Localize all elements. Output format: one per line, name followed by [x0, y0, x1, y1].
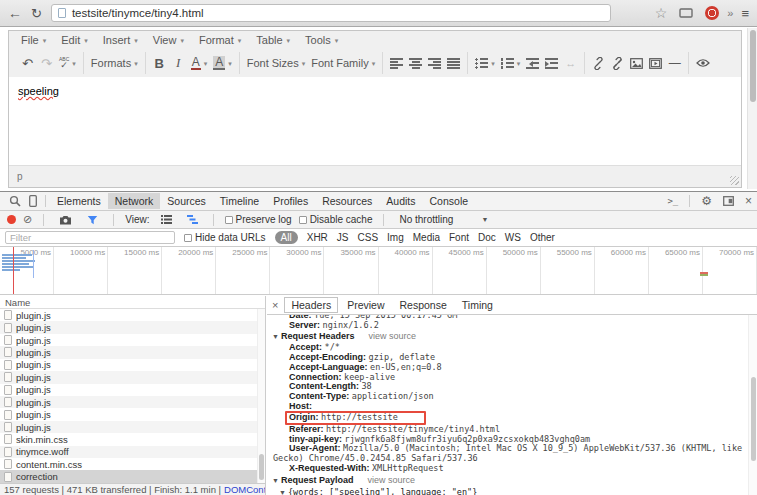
- filter-type-all[interactable]: All: [275, 231, 298, 244]
- preview-button[interactable]: [693, 53, 713, 73]
- align-right-button[interactable]: [425, 53, 444, 73]
- console-drawer-icon[interactable]: >_: [667, 196, 678, 206]
- tab-resources[interactable]: Resources: [315, 193, 379, 209]
- media-button[interactable]: [646, 53, 665, 73]
- table-row[interactable]: content.min.css: [0, 458, 265, 470]
- gear-icon[interactable]: ⚙: [701, 194, 712, 208]
- table-row[interactable]: plugin.js: [0, 408, 265, 420]
- filter-type-doc[interactable]: Doc: [478, 232, 496, 243]
- bullet-list-button[interactable]: ▾: [472, 53, 498, 73]
- filter-funnel-icon[interactable]: [83, 215, 102, 225]
- close-details-icon[interactable]: ×: [272, 299, 278, 311]
- filter-type-css[interactable]: CSS: [358, 232, 379, 243]
- filter-input[interactable]: [5, 231, 175, 244]
- filter-type-img[interactable]: Img: [387, 232, 404, 243]
- browser-menu-icon[interactable]: ≡: [741, 6, 749, 21]
- menu-format[interactable]: Format▾: [193, 34, 250, 46]
- image-button[interactable]: [627, 53, 646, 73]
- filter-type-other[interactable]: Other: [530, 232, 555, 243]
- element-path[interactable]: p: [17, 171, 23, 182]
- dock-icon[interactable]: [719, 196, 738, 206]
- italic-button[interactable]: I: [169, 53, 188, 73]
- spellcheck-button[interactable]: ABC✓ ▾: [56, 53, 79, 73]
- close-icon[interactable]: ×: [745, 194, 752, 208]
- table-row[interactable]: plugin.js: [0, 359, 265, 371]
- tab-sources[interactable]: Sources: [160, 193, 213, 209]
- numbered-list-button[interactable]: ▾: [498, 53, 524, 73]
- filter-type-js[interactable]: JS: [337, 232, 349, 243]
- table-row-selected[interactable]: correction: [0, 470, 265, 482]
- redo-button[interactable]: ↷: [37, 53, 56, 73]
- overview-waterfall-icon[interactable]: [183, 215, 202, 224]
- details-scrollbar-thumb[interactable]: [751, 377, 756, 461]
- clear-icon[interactable]: ⊘: [23, 214, 32, 225]
- bookmark-icon[interactable]: ☆: [655, 5, 668, 21]
- page-scrollbar-thumb[interactable]: [750, 30, 756, 102]
- back-icon[interactable]: ←: [8, 6, 22, 20]
- screenshot-capture-icon[interactable]: [55, 215, 76, 225]
- network-overview[interactable]: 5000 ms 10000 ms 15000 ms 20000 ms 25000…: [0, 247, 757, 295]
- align-left-button[interactable]: [387, 53, 406, 73]
- view-list-icon[interactable]: [157, 215, 176, 224]
- tab-profiles[interactable]: Profiles: [266, 193, 315, 209]
- table-row[interactable]: plugin.js: [0, 309, 265, 321]
- payload-object[interactable]: ▼{words: ["speeling"], language: "en"}: [267, 487, 748, 495]
- table-row[interactable]: plugin.js: [0, 334, 265, 346]
- view-source-link[interactable]: view source: [367, 475, 415, 485]
- device-toolbar-icon[interactable]: [25, 195, 41, 207]
- text-color-button[interactable]: A▾: [188, 53, 211, 73]
- record-icon[interactable]: [7, 215, 16, 224]
- outdent-button[interactable]: [523, 53, 542, 73]
- filter-type-media[interactable]: Media: [413, 232, 440, 243]
- table-row[interactable]: tinymce.woff: [0, 446, 265, 458]
- tab-headers[interactable]: Headers: [284, 297, 338, 313]
- table-row[interactable]: plugin.js: [0, 346, 265, 358]
- tab-elements[interactable]: Elements: [50, 193, 108, 209]
- tab-response[interactable]: Response: [394, 298, 453, 312]
- reload-icon[interactable]: ↻: [31, 7, 42, 20]
- extension-record-icon[interactable]: [705, 6, 719, 20]
- unlink-button[interactable]: [608, 53, 627, 73]
- table-row[interactable]: plugin.js: [0, 421, 265, 433]
- disable-cache-checkbox[interactable]: Disable cache: [299, 214, 373, 225]
- menu-file[interactable]: File▾: [15, 34, 55, 46]
- table-row[interactable]: plugin.js: [0, 384, 265, 396]
- cast-icon[interactable]: [675, 8, 697, 19]
- filter-type-xhr[interactable]: XHR: [307, 232, 328, 243]
- bold-button[interactable]: B: [150, 53, 169, 73]
- throttling-select[interactable]: No throttling▼: [395, 214, 488, 225]
- menu-table[interactable]: Table▾: [250, 34, 299, 46]
- menu-edit[interactable]: Edit▾: [55, 34, 96, 46]
- details-scrollbar[interactable]: [748, 315, 757, 495]
- list-scrollbar[interactable]: [257, 309, 265, 483]
- tab-console[interactable]: Console: [423, 193, 476, 209]
- font-sizes-dropdown[interactable]: Font Sizes▾: [244, 53, 308, 73]
- menu-tools[interactable]: Tools▾: [299, 34, 347, 46]
- misspelled-word[interactable]: speeling: [18, 85, 59, 97]
- table-row[interactable]: skin.min.css: [0, 433, 265, 445]
- nonbreaking-button[interactable]: ↔: [561, 53, 580, 73]
- menu-view[interactable]: View▾: [147, 34, 193, 46]
- tab-audits[interactable]: Audits: [379, 193, 422, 209]
- resize-handle[interactable]: [730, 176, 739, 185]
- link-button[interactable]: [589, 53, 608, 73]
- filter-type-ws[interactable]: WS: [505, 232, 521, 243]
- align-center-button[interactable]: [406, 53, 425, 73]
- table-row[interactable]: plugin.js: [0, 321, 265, 333]
- menu-insert[interactable]: Insert▾: [97, 34, 147, 46]
- domcontentloaded-link[interactable]: DOMContentLo…: [224, 484, 265, 495]
- align-justify-button[interactable]: [444, 53, 463, 73]
- background-color-button[interactable]: A▾: [210, 53, 235, 73]
- formats-dropdown[interactable]: Formats▾: [88, 53, 141, 73]
- list-scrollbar-thumb[interactable]: [259, 454, 264, 480]
- horizontal-rule-button[interactable]: —: [665, 53, 684, 73]
- hide-data-urls-checkbox[interactable]: Hide data URLs: [184, 232, 266, 243]
- tab-preview[interactable]: Preview: [341, 298, 390, 312]
- page-scrollbar[interactable]: [747, 28, 757, 189]
- address-bar[interactable]: testsite/tinymce/tiny4.html: [51, 4, 611, 22]
- font-family-dropdown[interactable]: Font Family▾: [308, 53, 378, 73]
- name-column-header[interactable]: Name: [0, 296, 265, 309]
- undo-button[interactable]: ↶: [18, 53, 37, 73]
- overflow-icon[interactable]: »: [727, 7, 733, 19]
- tab-network[interactable]: Network: [108, 193, 161, 209]
